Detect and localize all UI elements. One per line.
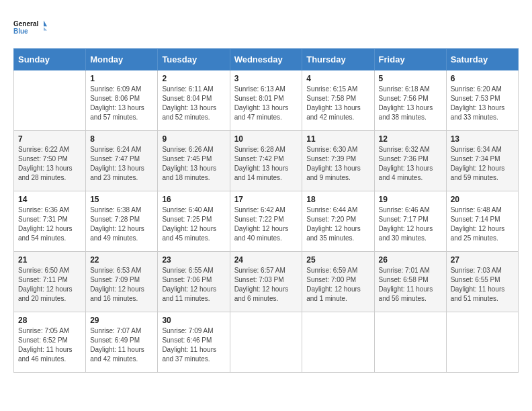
cell-content: Sunrise: 6:57 AM Sunset: 7:03 PM Dayligh…: [234, 266, 298, 304]
day-number: 23: [162, 255, 225, 265]
cell-content: Sunrise: 6:13 AM Sunset: 8:01 PM Dayligh…: [234, 85, 298, 122]
calendar-cell: 22Sunrise: 6:53 AM Sunset: 7:09 PM Dayli…: [86, 252, 158, 312]
day-number: 24: [234, 255, 298, 265]
calendar-cell: 19Sunrise: 6:46 AM Sunset: 7:17 PM Dayli…: [374, 191, 446, 252]
day-number: 21: [18, 255, 81, 265]
cell-content: Sunrise: 6:32 AM Sunset: 7:36 PM Dayligh…: [379, 145, 442, 183]
header-monday: Monday: [86, 49, 158, 71]
day-number: 12: [379, 134, 442, 144]
cell-content: Sunrise: 7:01 AM Sunset: 6:58 PM Dayligh…: [379, 266, 442, 304]
calendar-cell: 23Sunrise: 6:55 AM Sunset: 7:06 PM Dayli…: [158, 252, 230, 312]
calendar-table: SundayMondayTuesdayWednesdayThursdayFrid…: [13, 48, 519, 373]
cell-content: Sunrise: 6:38 AM Sunset: 7:28 PM Dayligh…: [90, 205, 153, 243]
calendar-cell: 18Sunrise: 6:44 AM Sunset: 7:20 PM Dayli…: [302, 191, 374, 252]
cell-content: Sunrise: 6:20 AM Sunset: 7:53 PM Dayligh…: [451, 85, 514, 122]
calendar-cell: 5Sunrise: 6:18 AM Sunset: 7:56 PM Daylig…: [374, 71, 446, 131]
calendar-cell: 10Sunrise: 6:28 AM Sunset: 7:42 PM Dayli…: [230, 131, 302, 191]
day-number: 20: [451, 195, 514, 204]
day-number: 1: [90, 74, 153, 83]
calendar-cell: 24Sunrise: 6:57 AM Sunset: 7:03 PM Dayli…: [230, 252, 302, 312]
cell-content: Sunrise: 6:28 AM Sunset: 7:42 PM Dayligh…: [234, 145, 298, 183]
calendar-cell: 8Sunrise: 6:24 AM Sunset: 7:47 PM Daylig…: [86, 131, 158, 191]
cell-content: Sunrise: 6:18 AM Sunset: 7:56 PM Dayligh…: [379, 85, 442, 122]
calendar-cell: [14, 71, 86, 131]
day-number: 27: [451, 255, 514, 265]
cell-content: Sunrise: 7:07 AM Sunset: 6:49 PM Dayligh…: [90, 326, 153, 364]
cell-content: Sunrise: 7:03 AM Sunset: 6:55 PM Dayligh…: [451, 266, 514, 304]
header-saturday: Saturday: [446, 49, 518, 71]
day-number: 16: [162, 195, 225, 204]
cell-content: Sunrise: 6:26 AM Sunset: 7:45 PM Dayligh…: [162, 145, 225, 183]
calendar-cell: 11Sunrise: 6:30 AM Sunset: 7:39 PM Dayli…: [302, 131, 374, 191]
day-number: 8: [90, 134, 153, 144]
calendar-cell: 17Sunrise: 6:42 AM Sunset: 7:22 PM Dayli…: [230, 191, 302, 252]
calendar-cell: 20Sunrise: 6:48 AM Sunset: 7:14 PM Dayli…: [446, 191, 518, 252]
calendar-cell: 28Sunrise: 7:05 AM Sunset: 6:52 PM Dayli…: [14, 312, 86, 373]
week-row-4: 21Sunrise: 6:50 AM Sunset: 7:11 PM Dayli…: [14, 252, 519, 312]
day-number: 14: [18, 195, 81, 204]
week-row-1: 1Sunrise: 6:09 AM Sunset: 8:06 PM Daylig…: [14, 71, 519, 131]
cell-content: Sunrise: 6:22 AM Sunset: 7:50 PM Dayligh…: [18, 145, 81, 183]
calendar-cell: [230, 312, 302, 373]
day-number: 6: [451, 74, 514, 83]
calendar-cell: 14Sunrise: 6:36 AM Sunset: 7:31 PM Dayli…: [14, 191, 86, 252]
calendar-cell: 1Sunrise: 6:09 AM Sunset: 8:06 PM Daylig…: [86, 71, 158, 131]
calendar-cell: 9Sunrise: 6:26 AM Sunset: 7:45 PM Daylig…: [158, 131, 230, 191]
calendar-cell: 2Sunrise: 6:11 AM Sunset: 8:04 PM Daylig…: [158, 71, 230, 131]
day-number: 10: [234, 134, 298, 144]
calendar-cell: 7Sunrise: 6:22 AM Sunset: 7:50 PM Daylig…: [14, 131, 86, 191]
day-number: 25: [306, 255, 369, 265]
cell-content: Sunrise: 6:48 AM Sunset: 7:14 PM Dayligh…: [451, 205, 514, 243]
week-row-5: 28Sunrise: 7:05 AM Sunset: 6:52 PM Dayli…: [14, 312, 519, 373]
header-wednesday: Wednesday: [230, 49, 302, 71]
cell-content: Sunrise: 6:46 AM Sunset: 7:17 PM Dayligh…: [379, 205, 442, 243]
header-friday: Friday: [374, 49, 446, 71]
cell-content: Sunrise: 6:36 AM Sunset: 7:31 PM Dayligh…: [18, 205, 81, 243]
cell-content: Sunrise: 7:05 AM Sunset: 6:52 PM Dayligh…: [18, 326, 81, 364]
cell-content: Sunrise: 6:34 AM Sunset: 7:34 PM Dayligh…: [451, 145, 514, 183]
day-number: 7: [18, 134, 81, 144]
day-number: 28: [18, 316, 81, 325]
calendar-cell: 26Sunrise: 7:01 AM Sunset: 6:58 PM Dayli…: [374, 252, 446, 312]
day-number: 18: [306, 195, 369, 204]
cell-content: Sunrise: 6:30 AM Sunset: 7:39 PM Dayligh…: [306, 145, 369, 183]
day-number: 4: [306, 74, 369, 83]
calendar-cell: 12Sunrise: 6:32 AM Sunset: 7:36 PM Dayli…: [374, 131, 446, 191]
day-number: 13: [451, 134, 514, 144]
cell-content: Sunrise: 6:53 AM Sunset: 7:09 PM Dayligh…: [90, 266, 153, 304]
day-number: 22: [90, 255, 153, 265]
cell-content: Sunrise: 6:44 AM Sunset: 7:20 PM Dayligh…: [306, 205, 369, 243]
week-row-2: 7Sunrise: 6:22 AM Sunset: 7:50 PM Daylig…: [14, 131, 519, 191]
calendar-cell: [302, 312, 374, 373]
calendar-cell: 6Sunrise: 6:20 AM Sunset: 7:53 PM Daylig…: [446, 71, 518, 131]
calendar-header-row: SundayMondayTuesdayWednesdayThursdayFrid…: [14, 49, 519, 71]
calendar-cell: 16Sunrise: 6:40 AM Sunset: 7:25 PM Dayli…: [158, 191, 230, 252]
calendar-cell: 25Sunrise: 6:59 AM Sunset: 7:00 PM Dayli…: [302, 252, 374, 312]
day-number: 17: [234, 195, 298, 204]
header-sunday: Sunday: [14, 49, 86, 71]
cell-content: Sunrise: 6:40 AM Sunset: 7:25 PM Dayligh…: [162, 205, 225, 243]
calendar-cell: 29Sunrise: 7:07 AM Sunset: 6:49 PM Dayli…: [86, 312, 158, 373]
day-number: 26: [379, 255, 442, 265]
day-number: 15: [90, 195, 153, 204]
day-number: 30: [162, 316, 225, 325]
svg-marker-2: [44, 20, 47, 26]
page-header: General Blue: [13, 13, 519, 42]
svg-text:Blue: Blue: [13, 28, 28, 35]
week-row-3: 14Sunrise: 6:36 AM Sunset: 7:31 PM Dayli…: [14, 191, 519, 252]
day-number: 11: [306, 134, 369, 144]
day-number: 3: [234, 74, 298, 83]
calendar-cell: 3Sunrise: 6:13 AM Sunset: 8:01 PM Daylig…: [230, 71, 302, 131]
calendar-cell: 4Sunrise: 6:15 AM Sunset: 7:58 PM Daylig…: [302, 71, 374, 131]
calendar-cell: 15Sunrise: 6:38 AM Sunset: 7:28 PM Dayli…: [86, 191, 158, 252]
calendar-cell: 27Sunrise: 7:03 AM Sunset: 6:55 PM Dayli…: [446, 252, 518, 312]
day-number: 2: [162, 74, 225, 83]
cell-content: Sunrise: 6:55 AM Sunset: 7:06 PM Dayligh…: [162, 266, 225, 304]
day-number: 29: [90, 316, 153, 325]
cell-content: Sunrise: 6:24 AM Sunset: 7:47 PM Dayligh…: [90, 145, 153, 183]
calendar-cell: 13Sunrise: 6:34 AM Sunset: 7:34 PM Dayli…: [446, 131, 518, 191]
cell-content: Sunrise: 6:09 AM Sunset: 8:06 PM Dayligh…: [90, 85, 153, 122]
svg-text:General: General: [13, 20, 38, 28]
svg-marker-3: [44, 27, 47, 30]
calendar-cell: [374, 312, 446, 373]
